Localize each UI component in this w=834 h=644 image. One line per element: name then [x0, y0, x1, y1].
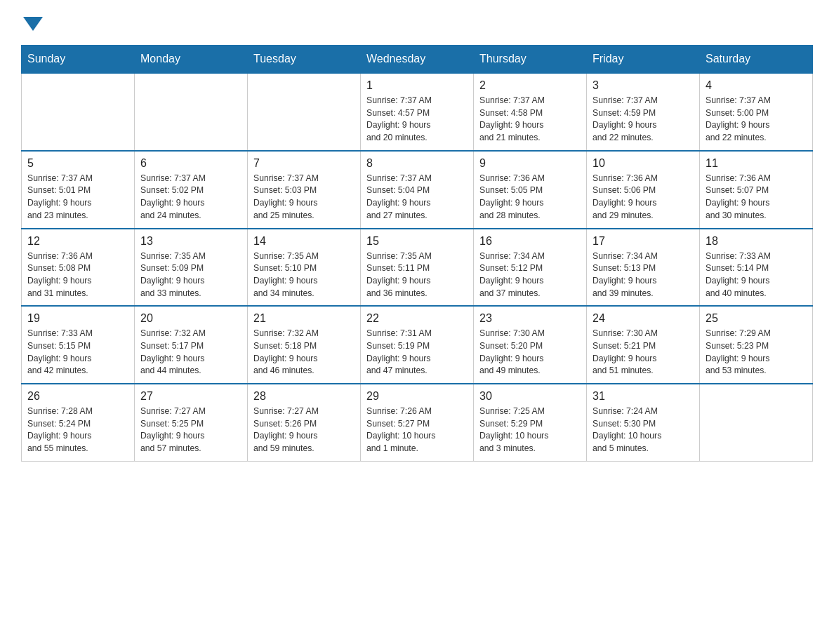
- calendar-header-row: SundayMondayTuesdayWednesdayThursdayFrid…: [22, 46, 813, 74]
- calendar-week-row: 26Sunrise: 7:28 AMSunset: 5:24 PMDayligh…: [22, 384, 813, 461]
- column-header-monday: Monday: [135, 46, 248, 74]
- day-sun-info: Sunrise: 7:32 AMSunset: 5:18 PMDaylight:…: [253, 328, 355, 377]
- day-sun-info: Sunrise: 7:36 AMSunset: 5:05 PMDaylight:…: [479, 173, 581, 222]
- calendar-cell: 13Sunrise: 7:35 AMSunset: 5:09 PMDayligh…: [135, 229, 248, 307]
- calendar-cell: 7Sunrise: 7:37 AMSunset: 5:03 PMDaylight…: [248, 151, 361, 229]
- day-number: 4: [706, 79, 807, 92]
- day-number: 15: [366, 235, 468, 248]
- calendar-cell: 2Sunrise: 7:37 AMSunset: 4:58 PMDaylight…: [474, 73, 587, 151]
- calendar-cell: 25Sunrise: 7:29 AMSunset: 5:23 PMDayligh…: [700, 306, 813, 384]
- day-sun-info: Sunrise: 7:37 AMSunset: 5:03 PMDaylight:…: [253, 173, 355, 222]
- calendar-cell: 4Sunrise: 7:37 AMSunset: 5:00 PMDaylight…: [700, 73, 813, 151]
- day-sun-info: Sunrise: 7:26 AMSunset: 5:27 PMDaylight:…: [366, 405, 468, 455]
- calendar-cell: 8Sunrise: 7:37 AMSunset: 5:04 PMDaylight…: [361, 151, 474, 229]
- calendar-week-row: 19Sunrise: 7:33 AMSunset: 5:15 PMDayligh…: [22, 306, 813, 384]
- day-sun-info: Sunrise: 7:36 AMSunset: 5:06 PMDaylight:…: [593, 173, 694, 222]
- day-sun-info: Sunrise: 7:37 AMSunset: 4:59 PMDaylight:…: [593, 95, 694, 145]
- day-sun-info: Sunrise: 7:37 AMSunset: 5:04 PMDaylight:…: [366, 173, 468, 222]
- day-sun-info: Sunrise: 7:30 AMSunset: 5:20 PMDaylight:…: [479, 328, 581, 377]
- calendar-cell: 20Sunrise: 7:32 AMSunset: 5:17 PMDayligh…: [135, 306, 248, 384]
- calendar-week-row: 5Sunrise: 7:37 AMSunset: 5:01 PMDaylight…: [22, 151, 813, 229]
- day-sun-info: Sunrise: 7:24 AMSunset: 5:30 PMDaylight:…: [593, 405, 694, 455]
- day-sun-info: Sunrise: 7:33 AMSunset: 5:15 PMDaylight:…: [27, 328, 128, 377]
- day-sun-info: Sunrise: 7:29 AMSunset: 5:23 PMDaylight:…: [706, 328, 807, 377]
- day-number: 23: [479, 312, 581, 325]
- calendar-week-row: 12Sunrise: 7:36 AMSunset: 5:08 PMDayligh…: [22, 229, 813, 307]
- day-number: 25: [706, 312, 807, 325]
- day-number: 12: [27, 235, 128, 248]
- day-number: 30: [479, 390, 581, 403]
- day-number: 6: [140, 157, 241, 170]
- day-sun-info: Sunrise: 7:34 AMSunset: 5:13 PMDaylight:…: [593, 250, 694, 300]
- day-sun-info: Sunrise: 7:34 AMSunset: 5:12 PMDaylight:…: [479, 250, 581, 300]
- day-number: 8: [366, 157, 468, 170]
- calendar-cell: [22, 73, 135, 151]
- calendar-cell: 30Sunrise: 7:25 AMSunset: 5:29 PMDayligh…: [474, 384, 587, 461]
- calendar-cell: [700, 384, 813, 461]
- day-sun-info: Sunrise: 7:35 AMSunset: 5:10 PMDaylight:…: [253, 250, 355, 300]
- calendar-cell: 21Sunrise: 7:32 AMSunset: 5:18 PMDayligh…: [248, 306, 361, 384]
- page-header: [21, 14, 813, 31]
- column-header-friday: Friday: [587, 46, 700, 74]
- calendar-table: SundayMondayTuesdayWednesdayThursdayFrid…: [21, 45, 813, 462]
- day-sun-info: Sunrise: 7:36 AMSunset: 5:07 PMDaylight:…: [706, 173, 807, 222]
- day-number: 17: [593, 235, 694, 248]
- day-number: 31: [593, 390, 694, 403]
- calendar-cell: 12Sunrise: 7:36 AMSunset: 5:08 PMDayligh…: [22, 229, 135, 307]
- day-sun-info: Sunrise: 7:25 AMSunset: 5:29 PMDaylight:…: [479, 405, 581, 455]
- logo-triangle-icon: [23, 17, 43, 31]
- day-sun-info: Sunrise: 7:27 AMSunset: 5:25 PMDaylight:…: [140, 405, 241, 455]
- logo: [21, 14, 43, 31]
- day-sun-info: Sunrise: 7:37 AMSunset: 5:01 PMDaylight:…: [27, 173, 128, 222]
- calendar-cell: 28Sunrise: 7:27 AMSunset: 5:26 PMDayligh…: [248, 384, 361, 461]
- calendar-cell: 22Sunrise: 7:31 AMSunset: 5:19 PMDayligh…: [361, 306, 474, 384]
- column-header-saturday: Saturday: [700, 46, 813, 74]
- day-number: 2: [479, 79, 581, 92]
- column-header-wednesday: Wednesday: [361, 46, 474, 74]
- day-number: 27: [140, 390, 241, 403]
- calendar-cell: 1Sunrise: 7:37 AMSunset: 4:57 PMDaylight…: [361, 73, 474, 151]
- calendar-cell: 26Sunrise: 7:28 AMSunset: 5:24 PMDayligh…: [22, 384, 135, 461]
- column-header-tuesday: Tuesday: [248, 46, 361, 74]
- day-number: 28: [253, 390, 355, 403]
- day-sun-info: Sunrise: 7:36 AMSunset: 5:08 PMDaylight:…: [27, 250, 128, 300]
- calendar-cell: 29Sunrise: 7:26 AMSunset: 5:27 PMDayligh…: [361, 384, 474, 461]
- day-sun-info: Sunrise: 7:37 AMSunset: 4:57 PMDaylight:…: [366, 95, 468, 145]
- calendar-cell: 3Sunrise: 7:37 AMSunset: 4:59 PMDaylight…: [587, 73, 700, 151]
- day-number: 7: [253, 157, 355, 170]
- calendar-cell: 18Sunrise: 7:33 AMSunset: 5:14 PMDayligh…: [700, 229, 813, 307]
- day-number: 29: [366, 390, 468, 403]
- calendar-cell: 15Sunrise: 7:35 AMSunset: 5:11 PMDayligh…: [361, 229, 474, 307]
- calendar-cell: 9Sunrise: 7:36 AMSunset: 5:05 PMDaylight…: [474, 151, 587, 229]
- day-number: 24: [593, 312, 694, 325]
- calendar-cell: 11Sunrise: 7:36 AMSunset: 5:07 PMDayligh…: [700, 151, 813, 229]
- day-number: 1: [366, 79, 468, 92]
- day-sun-info: Sunrise: 7:30 AMSunset: 5:21 PMDaylight:…: [593, 328, 694, 377]
- calendar-cell: 19Sunrise: 7:33 AMSunset: 5:15 PMDayligh…: [22, 306, 135, 384]
- calendar-cell: 17Sunrise: 7:34 AMSunset: 5:13 PMDayligh…: [587, 229, 700, 307]
- day-sun-info: Sunrise: 7:27 AMSunset: 5:26 PMDaylight:…: [253, 405, 355, 455]
- calendar-cell: 10Sunrise: 7:36 AMSunset: 5:06 PMDayligh…: [587, 151, 700, 229]
- calendar-cell: 27Sunrise: 7:27 AMSunset: 5:25 PMDayligh…: [135, 384, 248, 461]
- day-sun-info: Sunrise: 7:31 AMSunset: 5:19 PMDaylight:…: [366, 328, 468, 377]
- day-number: 13: [140, 235, 241, 248]
- day-sun-info: Sunrise: 7:28 AMSunset: 5:24 PMDaylight:…: [27, 405, 128, 455]
- day-number: 26: [27, 390, 128, 403]
- day-sun-info: Sunrise: 7:32 AMSunset: 5:17 PMDaylight:…: [140, 328, 241, 377]
- day-number: 10: [593, 157, 694, 170]
- day-number: 22: [366, 312, 468, 325]
- calendar-cell: 23Sunrise: 7:30 AMSunset: 5:20 PMDayligh…: [474, 306, 587, 384]
- day-sun-info: Sunrise: 7:33 AMSunset: 5:14 PMDaylight:…: [706, 250, 807, 300]
- day-number: 11: [706, 157, 807, 170]
- calendar-cell: [248, 73, 361, 151]
- calendar-cell: 5Sunrise: 7:37 AMSunset: 5:01 PMDaylight…: [22, 151, 135, 229]
- day-number: 14: [253, 235, 355, 248]
- day-number: 21: [253, 312, 355, 325]
- day-sun-info: Sunrise: 7:35 AMSunset: 5:09 PMDaylight:…: [140, 250, 241, 300]
- day-number: 19: [27, 312, 128, 325]
- day-number: 20: [140, 312, 241, 325]
- column-header-thursday: Thursday: [474, 46, 587, 74]
- day-number: 5: [27, 157, 128, 170]
- calendar-cell: 6Sunrise: 7:37 AMSunset: 5:02 PMDaylight…: [135, 151, 248, 229]
- calendar-cell: [135, 73, 248, 151]
